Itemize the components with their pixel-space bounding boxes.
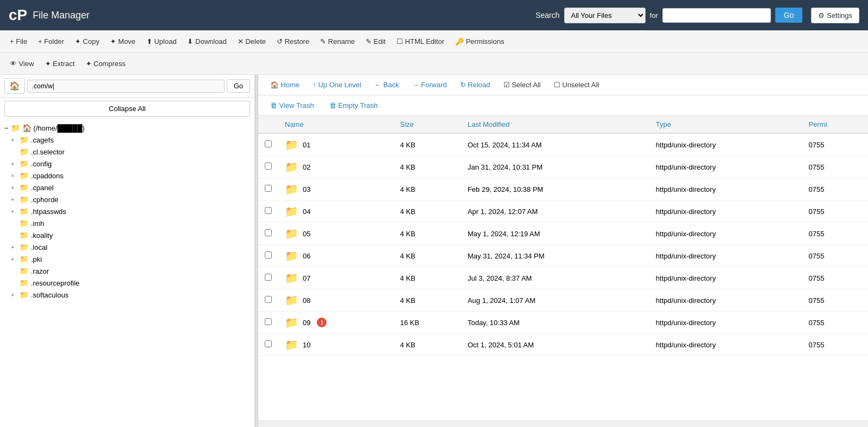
row-checkbox-cell xyxy=(258,156,278,178)
row-name-cell: 📁10 xyxy=(278,334,393,356)
row-checkbox[interactable] xyxy=(265,340,272,347)
perms-col-header[interactable]: Permi xyxy=(802,116,868,133)
folder-icon: 📁 xyxy=(285,316,298,329)
row-checkbox[interactable] xyxy=(265,207,272,214)
home-nav-button[interactable]: 🏠 Home xyxy=(265,78,305,92)
table-row[interactable]: 📁074 KBJul 3, 2024, 8:37 AMhttpd/unix-di… xyxy=(258,267,868,289)
row-name: 01 xyxy=(303,141,310,149)
row-checkbox[interactable] xyxy=(265,318,272,325)
row-name: 03 xyxy=(303,185,310,193)
type-col-header[interactable]: Type xyxy=(649,116,802,133)
table-row[interactable]: 📁044 KBApr 1, 2024, 12:07 AMhttpd/unix-d… xyxy=(258,200,868,223)
tree-item-koality[interactable]: 📁 .koality xyxy=(0,229,254,241)
folder-icon: 📁 xyxy=(20,159,29,168)
empty-trash-button[interactable]: 🗑 Empty Trash xyxy=(324,99,384,112)
collapse-all-button[interactable]: Collapse All xyxy=(4,101,250,117)
folder-icon: 📁 xyxy=(20,147,29,156)
tree-root-item[interactable]: − 📁 🏠 (/home/█████) xyxy=(0,122,254,134)
sidebar-home-button[interactable]: 🏠 xyxy=(4,78,25,94)
delete-button[interactable]: ✕ Delete xyxy=(232,34,271,49)
table-row[interactable]: 📁084 KBAug 1, 2024, 1:07 AMhttpd/unix-di… xyxy=(258,289,868,312)
tree-item-cpanel[interactable]: + 📁 .cpanel xyxy=(0,182,254,193)
folder-icon: 📁 xyxy=(20,255,29,263)
tree-item-resourceprofile[interactable]: 📁 .resourceprofile xyxy=(0,277,254,289)
tree-item-pki[interactable]: + 📁 .pki xyxy=(0,253,254,265)
tree-item-cl-selector[interactable]: 📁 .cl.selector xyxy=(0,146,254,158)
row-type-cell: httpd/unix-directory xyxy=(649,178,802,200)
tree-item-cphorde[interactable]: + 📁 .cphorde xyxy=(0,193,254,205)
tree-item-label: .softaculous xyxy=(31,291,68,299)
tree-item-imh[interactable]: 📁 .imh xyxy=(0,217,254,229)
row-checkbox[interactable] xyxy=(265,140,272,147)
edit-button[interactable]: ✎ Edit xyxy=(360,34,391,49)
extract-button[interactable]: ✦ Extract xyxy=(40,56,80,71)
row-perms-cell: 0755 xyxy=(802,245,868,267)
permissions-button[interactable]: 🔑 Permissions xyxy=(450,34,509,49)
row-perms-cell: 0755 xyxy=(802,334,868,356)
row-checkbox-cell xyxy=(258,223,278,245)
table-row[interactable]: 📁104 KBOct 1, 2024, 5:01 AMhttpd/unix-di… xyxy=(258,334,868,356)
row-checkbox[interactable] xyxy=(265,296,272,303)
reload-button[interactable]: ↻ Reload xyxy=(455,78,496,92)
tree-item-label: .razor xyxy=(31,267,49,275)
new-folder-button[interactable]: + Folder xyxy=(33,34,69,49)
html-editor-button[interactable]: ☐ HTML Editor xyxy=(391,34,450,49)
unselect-all-button[interactable]: ☐ Unselect All xyxy=(548,78,605,92)
tree-item-local[interactable]: + 📁 .local xyxy=(0,241,254,253)
copy-button[interactable]: ✦ Copy xyxy=(69,34,105,49)
up-one-level-button[interactable]: ↑ Up One Level xyxy=(307,78,367,92)
view-button[interactable]: 👁 View xyxy=(4,56,40,71)
table-row[interactable]: 📁09116 KBToday, 10:33 AMhttpd/unix-direc… xyxy=(258,312,868,334)
file-actions-bar: 🗑 View Trash 🗑 Empty Trash xyxy=(258,95,868,116)
name-col-header[interactable]: Name xyxy=(278,116,393,133)
new-file-button[interactable]: + File xyxy=(4,34,33,49)
modified-col-header[interactable]: Last Modified xyxy=(461,116,649,133)
row-checkbox[interactable] xyxy=(265,229,272,236)
row-size-cell: 4 KB xyxy=(393,133,461,156)
folder-icon: 📁 xyxy=(285,138,298,151)
forward-button[interactable]: → Forward xyxy=(406,78,452,92)
settings-button[interactable]: ⚙ Settings xyxy=(811,8,859,23)
tree-item-softaculous[interactable]: + 📁 .softaculous xyxy=(0,289,254,301)
row-name: 10 xyxy=(303,341,310,349)
tree-item-razor[interactable]: 📁 .razor xyxy=(0,265,254,277)
compress-button[interactable]: ✦ Compress xyxy=(80,56,131,71)
row-checkbox[interactable] xyxy=(265,185,272,192)
sidebar-go-button[interactable]: Go xyxy=(227,79,250,93)
row-checkbox[interactable] xyxy=(265,274,272,281)
search-scope-select[interactable]: All Your Files File Names Only File Cont… xyxy=(564,8,646,23)
row-size-cell: 4 KB xyxy=(393,267,461,289)
search-input[interactable] xyxy=(662,8,771,23)
search-go-button[interactable]: Go xyxy=(775,8,803,23)
tree-item-cagefs[interactable]: + 📁 .cagefs xyxy=(0,134,254,146)
download-button[interactable]: ⬇ Download xyxy=(182,34,232,49)
upload-button[interactable]: ⬆ Upload xyxy=(141,34,182,49)
row-checkbox[interactable] xyxy=(265,163,272,170)
main-layout: 🏠 Go Collapse All − 📁 🏠 (/home/█████) + … xyxy=(0,75,868,427)
size-col-header[interactable]: Size xyxy=(393,116,461,133)
rename-button[interactable]: ✎ Rename xyxy=(315,34,360,49)
tree-item-cpaddons[interactable]: + 📁 .cpaddons xyxy=(0,170,254,182)
select-all-button[interactable]: ☑ Select All xyxy=(498,78,546,92)
table-row[interactable]: 📁064 KBMay 31, 2024, 11:34 PMhttpd/unix-… xyxy=(258,245,868,267)
table-row[interactable]: 📁034 KBFeb 29, 2024, 10:38 PMhttpd/unix-… xyxy=(258,178,868,200)
tree-item-htpasswds[interactable]: + 📁 .htpasswds xyxy=(0,205,254,217)
row-checkbox[interactable] xyxy=(265,251,272,258)
table-row[interactable]: 📁014 KBOct 15, 2024, 11:34 AMhttpd/unix-… xyxy=(258,133,868,156)
restore-button[interactable]: ↺ Restore xyxy=(271,34,315,49)
row-type-cell: httpd/unix-directory xyxy=(649,156,802,178)
tree-item-config[interactable]: + 📁 .config xyxy=(0,158,254,170)
tree-item-label: .local xyxy=(31,243,47,251)
row-perms-cell: 0755 xyxy=(802,312,868,334)
table-row[interactable]: 📁054 KBMay 1, 2024, 12:19 AMhttpd/unix-d… xyxy=(258,223,868,245)
view-trash-button[interactable]: 🗑 View Trash xyxy=(265,99,320,112)
row-modified-cell: May 31, 2024, 11:34 PM xyxy=(461,245,649,267)
horizontal-scrollbar[interactable] xyxy=(258,420,868,427)
root-home-icon: 🏠 xyxy=(22,124,31,132)
row-modified-cell: Aug 1, 2024, 1:07 AM xyxy=(461,289,649,312)
for-label: for xyxy=(650,11,658,20)
back-button[interactable]: ← Back xyxy=(369,78,405,92)
sidebar-path-input[interactable] xyxy=(27,80,225,93)
move-button[interactable]: ✦ Move xyxy=(105,34,141,49)
table-row[interactable]: 📁024 KBJan 31, 2024, 10:31 PMhttpd/unix-… xyxy=(258,156,868,178)
